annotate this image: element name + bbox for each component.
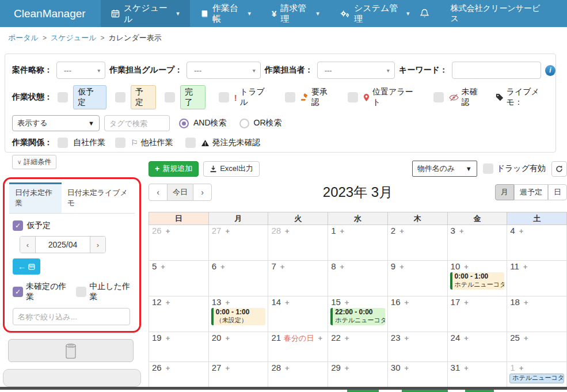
add-event-icon[interactable]: + (524, 334, 528, 342)
tag-search-input[interactable] (104, 115, 170, 131)
add-event-icon[interactable]: + (280, 262, 285, 271)
add-event-icon[interactable]: + (166, 227, 170, 235)
rel-unconfirmed-checkbox[interactable] (185, 138, 196, 148)
status-kari-badge[interactable]: 仮予定 (73, 85, 106, 109)
today-button[interactable]: 今日 (168, 184, 193, 201)
add-event-icon[interactable]: + (405, 298, 409, 307)
add-event-icon[interactable]: + (345, 364, 349, 372)
property-name-select[interactable]: 物件名のみ ▼ (412, 161, 477, 177)
status-kanryo-checkbox[interactable] (165, 92, 175, 102)
nav-item-billing[interactable]: ¥ 請求管理 ▾ (261, 0, 330, 27)
tab-undated-livememo[interactable]: 日付未定ライブメモ (62, 182, 135, 213)
worker-select[interactable]: --- ▾ (317, 62, 395, 79)
add-event-icon[interactable]: + (464, 364, 469, 372)
add-event-icon[interactable]: + (166, 364, 170, 372)
add-event-icon[interactable]: + (519, 227, 524, 235)
livememo-display-select[interactable]: 表示する ▼ (12, 115, 100, 131)
breadcrumb-schedule[interactable]: スケジュール (51, 33, 97, 43)
back-to-calendar-button[interactable]: ← (13, 258, 40, 275)
calendar-day-cell[interactable]: 4+ (507, 225, 567, 261)
calendar-day-cell[interactable]: 10+0:00 - 1:00ホテルニューコタニ新 (448, 261, 508, 296)
calendar-day-cell[interactable]: 30+ (388, 362, 448, 387)
view-month-button[interactable]: 月 (495, 184, 514, 200)
add-event-icon[interactable]: + (523, 262, 528, 271)
add-event-icon[interactable]: + (166, 334, 170, 342)
calendar-day-cell[interactable]: 14+ (268, 296, 328, 332)
calendar-day-cell[interactable]: 1+ホテルニューコタニ新宿 (507, 362, 567, 387)
add-event-icon[interactable]: + (399, 262, 404, 271)
add-event-icon[interactable]: + (340, 262, 344, 271)
calendar-day-cell[interactable]: 29+ (328, 362, 388, 387)
add-event-icon[interactable]: + (225, 364, 230, 372)
calendar-day-cell[interactable]: 25+ (507, 332, 567, 362)
view-day-button[interactable]: 日 (548, 184, 567, 200)
calendar-day-cell[interactable]: 1+ (328, 225, 388, 261)
prev-month-step-button[interactable]: ‹ (20, 237, 36, 253)
drag-enable-checkbox[interactable] (483, 163, 493, 174)
calendar-event[interactable]: 22:00 - 0:00ホテルニューコタニ新 (330, 308, 385, 325)
add-event-icon[interactable]: + (225, 334, 230, 342)
next-month-button[interactable]: › (193, 184, 212, 201)
calendar-day-cell[interactable]: 18+ (507, 296, 567, 332)
add-event-icon[interactable]: + (340, 227, 344, 235)
add-event-icon[interactable]: + (464, 262, 469, 271)
calendar-day-cell[interactable]: 22+ (328, 332, 388, 362)
info-icon[interactable]: i (545, 65, 555, 76)
add-event-icon[interactable]: + (399, 227, 404, 235)
breadcrumb-portal[interactable]: ポータル (8, 33, 39, 43)
calendar-event[interactable]: ホテルニューコタニ新宿 (509, 374, 564, 383)
status-kanryo-badge[interactable]: 完了 (180, 85, 206, 109)
calendar-day-cell[interactable]: 21春分の日+ (268, 332, 328, 362)
detail-conditions-button[interactable]: ∨ 詳細条件 (12, 155, 56, 169)
company-name[interactable]: 株式会社クリーンサービス (451, 3, 543, 24)
calendar-day-cell[interactable]: 2+ (388, 225, 448, 261)
add-event-icon[interactable]: + (225, 227, 230, 235)
calendar-day-cell[interactable]: 3+ (448, 225, 508, 261)
add-event-icon[interactable]: + (225, 298, 230, 307)
calendar-day-cell[interactable]: 8+ (328, 261, 388, 296)
next-month-step-button[interactable]: › (90, 237, 105, 253)
status-unconfirmed-checkbox[interactable] (433, 92, 444, 102)
calendar-day-cell[interactable]: 27+ (209, 225, 269, 261)
calendar-day-cell[interactable]: 13+0:00 - 1:00（未設定） (209, 296, 269, 332)
add-event-icon[interactable]: + (285, 364, 290, 372)
add-event-icon[interactable]: + (345, 334, 349, 342)
status-trouble-checkbox[interactable] (219, 92, 229, 102)
calendar-day-cell[interactable]: 16+ (388, 296, 448, 332)
or-search-radio[interactable] (239, 119, 249, 128)
calendar-day-cell[interactable]: 19+ (149, 332, 209, 362)
add-event-icon[interactable]: + (405, 334, 409, 342)
calendar-day-cell[interactable]: 20+ (209, 332, 269, 362)
calendar-day-cell[interactable]: 15+22:00 - 0:00ホテルニューコタニ新 (328, 296, 388, 332)
add-event-icon[interactable]: + (519, 364, 524, 372)
status-location-checkbox[interactable] (348, 92, 358, 102)
add-event-icon[interactable]: + (464, 334, 469, 342)
status-yotei-badge[interactable]: 予定 (131, 85, 156, 109)
calendar-event[interactable]: 0:00 - 1:00ホテルニューコタニ新 (450, 272, 505, 290)
calendar-day-cell[interactable]: 17+ (448, 296, 508, 332)
nav-item-schedule[interactable]: スケジュール ▾ (101, 0, 190, 27)
calendar-day-cell[interactable]: 27+ (209, 362, 269, 387)
calendar-day-cell[interactable]: 11+ (507, 261, 567, 296)
unconfirmed-work-checkbox[interactable]: ✓ (13, 287, 23, 297)
calendar-day-cell[interactable]: 24+ (448, 332, 508, 362)
trash-drop-button[interactable] (8, 339, 134, 362)
calendar-day-cell[interactable]: 26+ (149, 362, 209, 387)
add-event-icon[interactable]: + (318, 334, 322, 342)
calendar-day-cell[interactable]: 9+ (388, 261, 448, 296)
bell-icon[interactable] (420, 9, 429, 18)
name-filter-input[interactable] (13, 308, 130, 325)
calendar-day-cell[interactable]: 31+ (448, 362, 508, 387)
add-event-icon[interactable]: + (166, 298, 170, 307)
add-event-icon[interactable]: + (220, 262, 225, 271)
calendar-day-cell[interactable]: 28+ (268, 362, 328, 387)
rel-own-checkbox[interactable] (58, 138, 68, 148)
calendar-day-cell[interactable]: 7+ (268, 261, 328, 296)
status-approval-checkbox[interactable] (285, 92, 295, 102)
rel-other-checkbox[interactable] (115, 138, 125, 148)
and-search-radio[interactable] (179, 119, 189, 128)
status-yotei-checkbox[interactable] (115, 92, 125, 102)
add-event-icon[interactable]: + (285, 298, 290, 307)
app-logo[interactable]: CleanManager (0, 0, 101, 27)
nav-item-system[interactable]: システム管理 ▾ (330, 0, 420, 27)
